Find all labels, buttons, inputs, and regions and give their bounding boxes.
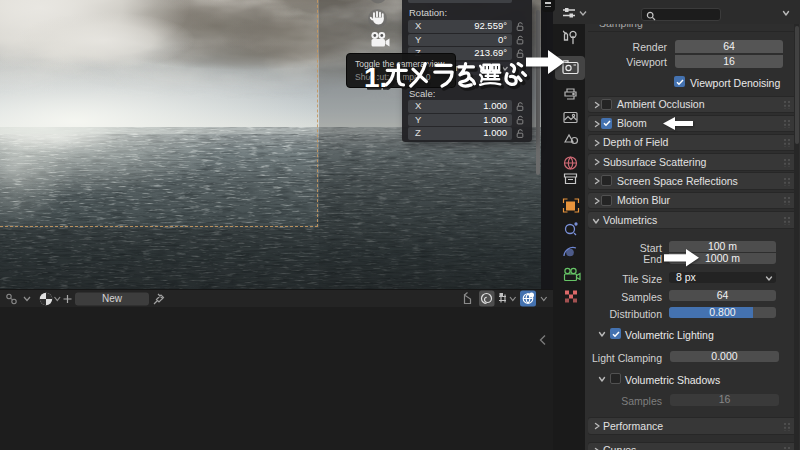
svg-text:New: New: [102, 293, 123, 304]
